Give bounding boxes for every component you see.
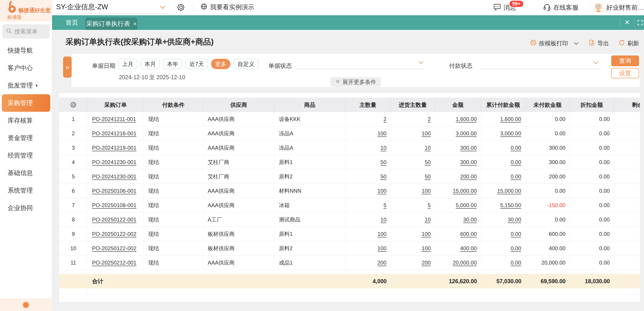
online-support-button[interactable]: 在线客服 [543, 0, 578, 15]
in-qty-link[interactable]: 50 [424, 159, 431, 165]
paid-link[interactable]: 0.00 [510, 260, 521, 266]
sidebar-item[interactable]: 经营管理 [2, 147, 50, 164]
paid-link[interactable]: 5,150.00 [500, 202, 521, 208]
date-range-pill[interactable]: 自定义 [234, 59, 258, 69]
qty-link[interactable]: 200 [378, 260, 386, 266]
amount-link[interactable]: 400.00 [460, 245, 477, 252]
in-qty-link[interactable]: 50 [424, 173, 431, 180]
qty-link[interactable]: 100 [378, 130, 386, 137]
in-qty-link[interactable]: 100 [422, 245, 431, 252]
po-link[interactable]: PO-20250122-001 [92, 217, 136, 223]
sidebar-item-label: 经营管理 [8, 151, 33, 160]
amount-link[interactable]: 15,000.00 [453, 188, 477, 194]
sidebar-item[interactable]: 快捷导航 [2, 42, 50, 59]
chevron-down-icon [418, 61, 424, 65]
qty-link[interactable]: 50 [380, 159, 386, 165]
menu-search-input[interactable] [14, 28, 48, 35]
po-link[interactable]: PO-20250122-002 [92, 231, 136, 237]
in-qty-link[interactable]: 5 [428, 202, 431, 208]
paid-link[interactable]: 3,000.00 [500, 130, 521, 137]
sidebar-item[interactable]: 资金管理 [2, 129, 50, 147]
settings-button[interactable]: 设置 [611, 68, 639, 78]
date-range-pill[interactable]: 上月 [118, 59, 138, 69]
amount-link[interactable]: 3,000.00 [456, 130, 477, 137]
paid-link[interactable]: 0.00 [510, 145, 521, 151]
paid-link[interactable]: 0.00 [510, 231, 521, 237]
close-all-tabs-icon[interactable]: × [622, 15, 633, 29]
amount-link[interactable]: 30.00 [463, 217, 477, 223]
date-range-pill[interactable]: 本月 [140, 59, 160, 69]
po-link[interactable]: PO-20250212-001 [92, 260, 136, 266]
qty-link[interactable]: 100 [378, 245, 386, 252]
tab-purchase-order-report[interactable]: 采购订单执行表 × [85, 17, 138, 30]
chevron-down-icon[interactable] [160, 5, 166, 10]
paid-link[interactable]: 1,600.00 [500, 116, 521, 122]
po-link[interactable]: PO-20250108-001 [92, 202, 136, 208]
refresh-button[interactable]: 刷新 [618, 39, 639, 47]
sidebar-item[interactable]: 基础信息 [2, 164, 50, 182]
collapse-filter-button[interactable]: » [63, 56, 72, 78]
paid-link[interactable]: 0.00 [510, 159, 521, 165]
qty-link[interactable]: 10 [380, 145, 386, 151]
sidebar-item[interactable]: 系统管理 [2, 182, 50, 199]
gear-icon[interactable] [177, 3, 185, 12]
amount-link[interactable]: 200.00 [460, 173, 477, 180]
column-settings-cell[interactable] [59, 98, 88, 112]
query-button[interactable]: 查询 [611, 55, 639, 66]
qty-link[interactable]: 10 [380, 217, 386, 223]
paid-link[interactable]: 15,000.00 [497, 188, 521, 194]
qty-link[interactable]: 100 [378, 188, 386, 194]
date-range-pill[interactable]: 更多 [211, 59, 230, 69]
qty-link[interactable]: 50 [380, 173, 386, 180]
pay-status-select[interactable] [481, 57, 600, 69]
sidebar-item[interactable]: 采购管理 [2, 94, 50, 112]
paid-link[interactable]: 0.00 [510, 173, 521, 180]
po-link[interactable]: PO-20241230-001 [92, 173, 136, 180]
sidebar-item[interactable]: 企业协同 [2, 199, 50, 217]
assistant-name[interactable]: 好业财售前… [606, 0, 644, 15]
amount-link[interactable]: 1,600.00 [456, 116, 477, 122]
in-qty-link[interactable]: 100 [422, 231, 431, 237]
in-qty-link[interactable]: 100 [422, 130, 431, 137]
export-button[interactable]: 导出 [588, 39, 609, 47]
in-qty-link[interactable]: 2 [428, 116, 431, 122]
po-link[interactable]: PO-20241230-001 [92, 159, 136, 165]
po-link[interactable]: PO-20250106-001 [92, 188, 136, 194]
table-header-row: 采购订单 付款条件 供应商 商品 主数量 进货主数量 金额 累计付款金额 未付款… [59, 98, 640, 112]
amount-link[interactable]: 300.00 [460, 159, 477, 165]
amount-link[interactable]: 20,000.00 [453, 260, 477, 266]
po-link[interactable]: PO-20250122-002 [92, 245, 136, 252]
amount-link[interactable]: 5,000.00 [456, 202, 477, 208]
date-range-pill[interactable]: 本年 [163, 59, 182, 69]
sidebar-item[interactable]: 库存核算 [2, 112, 50, 129]
qty-link[interactable]: 100 [378, 231, 386, 237]
demo-link[interactable]: 我要看实例演示 [200, 0, 254, 14]
po-link[interactable]: PO-20241216-001 [92, 130, 136, 137]
paid-link[interactable]: 0.00 [510, 245, 521, 252]
in-qty-link[interactable]: 100 [422, 188, 431, 194]
qty-link[interactable]: 2 [384, 116, 386, 122]
in-qty-link[interactable]: 200 [422, 260, 431, 266]
paid-link[interactable]: 30.00 [508, 217, 521, 223]
sidebar-item[interactable]: 客户中心 [2, 59, 50, 77]
in-qty-link[interactable]: 10 [424, 145, 431, 151]
company-selector[interactable]: SY-企业信息-ZW [56, 0, 108, 14]
settings-gear-icon[interactable] [22, 301, 30, 309]
doc-status-select[interactable] [296, 57, 425, 69]
po-link[interactable]: PO-20241211-001 [92, 116, 136, 122]
tab-home[interactable]: 首页 [59, 15, 85, 30]
amount-link[interactable]: 600.00 [460, 231, 477, 237]
sidebar-item[interactable]: 批发管理 ▾ [2, 77, 50, 94]
fullscreen-icon[interactable] [637, 19, 644, 27]
date-range-pill[interactable]: 近7天 [186, 59, 208, 69]
po-link[interactable]: PO-20241219-001 [92, 145, 136, 151]
amount-link[interactable]: 300.00 [460, 145, 477, 151]
expand-more-filters-button[interactable]: 展开更多条件 [330, 77, 381, 87]
tab-close-icon[interactable]: × [133, 21, 136, 27]
assistant-avatar[interactable] [594, 3, 603, 12]
print-by-template-button[interactable]: 按模板打印 [530, 39, 579, 47]
date-range-value[interactable]: 2024-12-10 至 2025-12-10 [119, 74, 185, 81]
menu-search[interactable] [2, 24, 50, 39]
qty-link[interactable]: 5 [384, 202, 386, 208]
in-qty-link[interactable]: 10 [424, 217, 431, 223]
